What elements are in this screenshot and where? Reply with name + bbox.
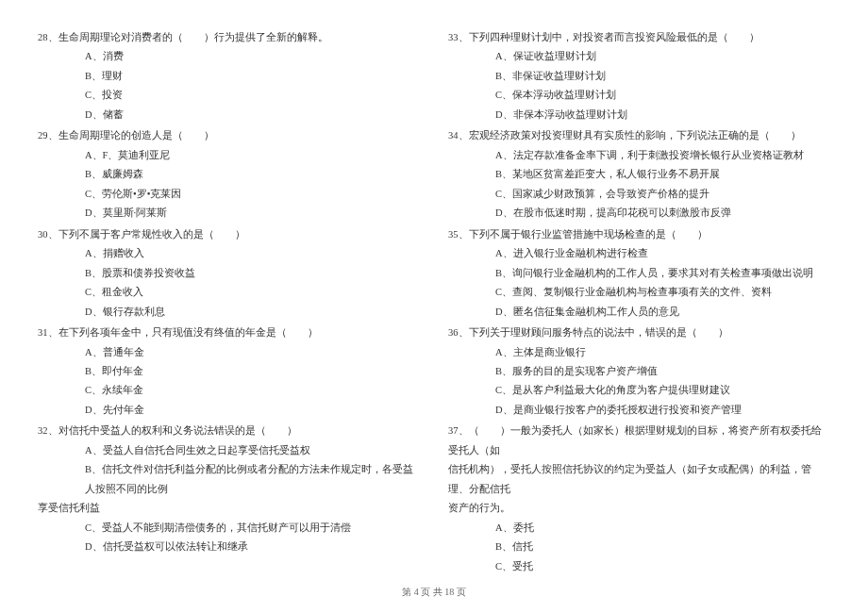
q35-option-b: B、询问银行业金融机构的工作人员，要求其对有关检查事项做出说明	[448, 264, 830, 283]
q33-option-b: B、非保证收益理财计划	[448, 67, 830, 86]
q30-text: 30、下列不属于客户常规性收入的是（ ）	[38, 225, 420, 244]
q36-option-d: D、是商业银行按客户的委托授权进行投资和资产管理	[448, 401, 830, 420]
q32-option-b-cont: 享受信托利益	[38, 499, 420, 518]
q31-option-d: D、先付年金	[38, 401, 420, 420]
q33-option-c: C、保本浮动收益理财计划	[448, 86, 830, 105]
q34-option-c: C、国家减少财政预算，会导致资产价格的提升	[448, 185, 830, 204]
q32-option-a: A、受益人自信托合同生效之日起享受信托受益权	[38, 441, 420, 460]
q29-option-c: C、劳伦斯•罗•克莱因	[38, 185, 420, 204]
q35-option-a: A、进入银行业金融机构进行检查	[448, 244, 830, 263]
right-column: 33、下列四种理财计划中，对投资者而言投资风险最低的是（ ） A、保证收益理财计…	[448, 28, 830, 578]
question-28: 28、生命周期理论对消费者的（ ）行为提供了全新的解释。 A、消费 B、理财 C…	[38, 28, 420, 124]
q34-option-b: B、某地区贫富差距变大，私人银行业务不易开展	[448, 165, 830, 184]
q37-cont1: 信托机构），受托人按照信托协议的约定为受益人（如子女或配偶）的利益，管理、分配信…	[448, 460, 830, 499]
q35-option-d: D、匿名信征集金融机构工作人员的意见	[448, 303, 830, 322]
q29-text: 29、生命周期理论的创造人是（ ）	[38, 126, 420, 145]
q34-option-d: D、在股市低迷时期，提高印花税可以刺激股市反弹	[448, 204, 830, 223]
question-29: 29、生命周期理论的创造人是（ ） A、F、莫迪利亚尼 B、威廉姆森 C、劳伦斯…	[38, 126, 420, 223]
q32-option-c: C、受益人不能到期清偿债务的，其信托财产可以用于清偿	[38, 519, 420, 538]
question-32: 32、对信托中受益人的权利和义务说法错误的是（ ） A、受益人自信托合同生效之日…	[38, 422, 420, 556]
q35-option-c: C、查阅、复制银行业金融机构与检查事项有关的文件、资料	[448, 283, 830, 302]
q36-option-a: A、主体是商业银行	[448, 343, 830, 362]
q34-text: 34、宏观经济政策对投资理财具有实质性的影响，下列说法正确的是（ ）	[448, 126, 830, 145]
q29-option-b: B、威廉姆森	[38, 165, 420, 184]
q28-text: 28、生命周期理论对消费者的（ ）行为提供了全新的解释。	[38, 28, 420, 47]
q37-text: 37、（ ）一般为委托人（如家长）根据理财规划的目标，将资产所有权委托给受托人（…	[448, 422, 830, 460]
q31-option-b: B、即付年金	[38, 362, 420, 381]
q36-option-b: B、服务的目的是实现客户资产增值	[448, 362, 830, 381]
q34-option-a: A、法定存款准备金率下调，利于刺激投资增长银行从业资格证教材	[448, 146, 830, 165]
q33-text: 33、下列四种理财计划中，对投资者而言投资风险最低的是（ ）	[448, 28, 830, 47]
q35-text: 35、下列不属于银行业监管措施中现场检查的是（ ）	[448, 225, 830, 244]
q29-option-a: A、F、莫迪利亚尼	[38, 146, 420, 165]
question-31: 31、在下列各项年金中，只有现值没有终值的年金是（ ） A、普通年金 B、即付年…	[38, 323, 420, 420]
q36-text: 36、下列关于理财顾问服务特点的说法中，错误的是（ ）	[448, 323, 830, 342]
q32-option-b: B、信托文件对信托利益分配的比例或者分配的方法未作规定时，各受益人按照不同的比例	[38, 460, 420, 499]
left-column: 28、生命周期理论对消费者的（ ）行为提供了全新的解释。 A、消费 B、理财 C…	[38, 28, 420, 578]
page-content: 28、生命周期理论对消费者的（ ）行为提供了全新的解释。 A、消费 B、理财 C…	[0, 0, 868, 578]
q37-cont2: 资产的行为。	[448, 499, 830, 518]
question-34: 34、宏观经济政策对投资理财具有实质性的影响，下列说法正确的是（ ） A、法定存…	[448, 126, 830, 223]
q33-option-d: D、非保本浮动收益理财计划	[448, 106, 830, 124]
question-36: 36、下列关于理财顾问服务特点的说法中，错误的是（ ） A、主体是商业银行 B、…	[448, 323, 830, 420]
q36-option-c: C、是从客户利益最大化的角度为客户提供理财建议	[448, 381, 830, 400]
q28-option-d: D、储蓄	[38, 106, 420, 124]
q29-option-d: D、莫里斯·阿莱斯	[38, 204, 420, 223]
q30-option-b: B、股票和债券投资收益	[38, 264, 420, 283]
q30-option-a: A、捐赠收入	[38, 244, 420, 263]
q37-option-a: A、委托	[448, 519, 830, 538]
q30-option-d: D、银行存款利息	[38, 303, 420, 322]
question-33: 33、下列四种理财计划中，对投资者而言投资风险最低的是（ ） A、保证收益理财计…	[448, 28, 830, 124]
q37-option-c: C、受托	[448, 557, 830, 576]
q32-text: 32、对信托中受益人的权利和义务说法错误的是（ ）	[38, 422, 420, 440]
q28-option-b: B、理财	[38, 67, 420, 86]
q31-text: 31、在下列各项年金中，只有现值没有终值的年金是（ ）	[38, 323, 420, 342]
q32-option-d: D、信托受益权可以依法转让和继承	[38, 538, 420, 556]
q30-option-c: C、租金收入	[38, 283, 420, 302]
question-37: 37、（ ）一般为委托人（如家长）根据理财规划的目标，将资产所有权委托给受托人（…	[448, 422, 830, 576]
q28-option-c: C、投资	[38, 86, 420, 105]
q31-option-c: C、永续年金	[38, 381, 420, 400]
q31-option-a: A、普通年金	[38, 343, 420, 362]
question-30: 30、下列不属于客户常规性收入的是（ ） A、捐赠收入 B、股票和债券投资收益 …	[38, 225, 420, 322]
page-footer: 第 4 页 共 18 页	[0, 586, 868, 599]
q37-option-b: B、信托	[448, 538, 830, 556]
q28-option-a: A、消费	[38, 47, 420, 66]
q33-option-a: A、保证收益理财计划	[448, 47, 830, 66]
question-35: 35、下列不属于银行业监管措施中现场检查的是（ ） A、进入银行业金融机构进行检…	[448, 225, 830, 322]
